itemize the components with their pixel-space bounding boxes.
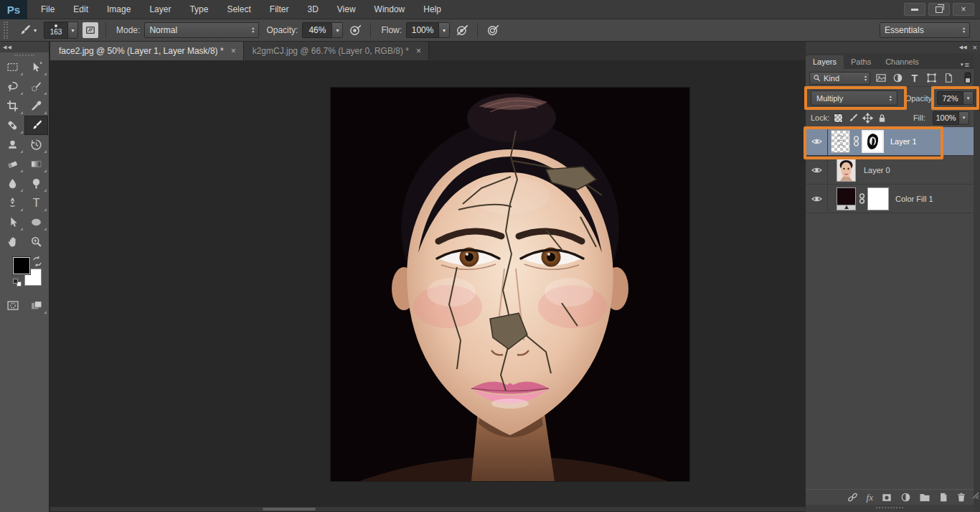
colorfill-thumbnail[interactable] bbox=[837, 187, 856, 210]
tablet-size-button[interactable] bbox=[485, 22, 501, 38]
move-tool[interactable] bbox=[24, 57, 48, 77]
crop-tool[interactable] bbox=[1, 96, 24, 116]
add-layer-mask-icon[interactable] bbox=[881, 493, 892, 503]
menu-filter[interactable]: Filter bbox=[260, 0, 298, 19]
history-brush-tool[interactable] bbox=[24, 135, 48, 154]
default-colors-icon[interactable] bbox=[13, 279, 22, 287]
visibility-toggle[interactable] bbox=[806, 137, 827, 146]
spot-healing-brush-tool[interactable] bbox=[1, 116, 24, 135]
fill-dropdown[interactable]: ▾ bbox=[959, 111, 969, 125]
flow-dropdown[interactable]: ▾ bbox=[439, 22, 450, 38]
mask-link-icon[interactable] bbox=[852, 135, 860, 147]
gradient-tool[interactable] bbox=[24, 154, 48, 174]
lasso-tool[interactable] bbox=[1, 77, 24, 96]
lock-paint-brush-icon[interactable] bbox=[847, 113, 858, 124]
layer-row-layer1[interactable]: Layer 1 bbox=[806, 127, 974, 156]
filter-type-layers-button[interactable]: T bbox=[909, 72, 920, 84]
new-layer-icon[interactable] bbox=[938, 492, 948, 503]
layer-styles-icon[interactable]: fx bbox=[867, 492, 873, 503]
brush-preset-picker[interactable]: ▾ bbox=[14, 22, 39, 38]
tab-paths[interactable]: Paths bbox=[844, 55, 878, 69]
filter-kind-select[interactable]: Kind ▴▾ bbox=[809, 72, 870, 85]
options-grip[interactable] bbox=[4, 22, 8, 39]
toolbar-collapse-button[interactable]: ◀◀ bbox=[0, 42, 49, 52]
new-adjustment-layer-icon[interactable] bbox=[900, 492, 911, 503]
filter-shape-layers-button[interactable] bbox=[925, 72, 937, 84]
resize-grip-icon[interactable] bbox=[971, 490, 979, 499]
visibility-toggle[interactable] bbox=[806, 166, 827, 174]
brush-size-dropdown[interactable]: ▾ bbox=[68, 22, 78, 39]
document-image[interactable] bbox=[331, 88, 689, 481]
flow-field[interactable]: 100% bbox=[406, 22, 439, 38]
ellipse-tool[interactable] bbox=[24, 213, 48, 232]
toggle-brush-panel-button[interactable] bbox=[83, 22, 98, 38]
workspace-select[interactable]: Essentials ▴▾ bbox=[880, 22, 970, 38]
lock-position-icon[interactable] bbox=[862, 113, 873, 124]
airbrush-button[interactable] bbox=[454, 22, 470, 38]
tablet-opacity-button[interactable] bbox=[347, 22, 363, 38]
layer0-thumbnail[interactable] bbox=[837, 159, 856, 182]
pen-tool[interactable] bbox=[1, 193, 24, 213]
tab-close-icon[interactable]: × bbox=[416, 46, 421, 56]
link-layers-icon[interactable] bbox=[847, 493, 859, 502]
path-selection-tool[interactable] bbox=[1, 213, 24, 232]
swap-colors-icon[interactable] bbox=[32, 256, 43, 267]
menu-window[interactable]: Window bbox=[365, 0, 415, 19]
close-button[interactable]: × bbox=[953, 3, 974, 16]
panel-menu-button[interactable]: ▾≡ bbox=[961, 60, 974, 69]
blend-mode-select[interactable]: Multiply ▴▾ bbox=[811, 90, 897, 106]
layer-opacity-dropdown[interactable]: ▾ bbox=[963, 91, 974, 105]
restore-button[interactable] bbox=[928, 3, 950, 16]
menu-image[interactable]: Image bbox=[98, 0, 140, 19]
layer-row-layer0[interactable]: Layer 0 bbox=[806, 156, 974, 185]
hand-tool[interactable] bbox=[1, 232, 24, 251]
layer1-thumbnail[interactable] bbox=[831, 130, 850, 153]
mask-link-icon[interactable] bbox=[857, 192, 866, 205]
menu-help[interactable]: Help bbox=[414, 0, 451, 19]
tab-layers[interactable]: Layers bbox=[806, 55, 844, 69]
eraser-tool[interactable] bbox=[1, 154, 24, 174]
layer-opacity-field[interactable]: 72% bbox=[937, 91, 963, 105]
menu-view[interactable]: View bbox=[328, 0, 365, 19]
screen-mode-button[interactable] bbox=[24, 296, 48, 315]
type-tool[interactable]: T bbox=[24, 193, 48, 213]
toolbar-grip[interactable] bbox=[14, 55, 34, 56]
foreground-color-swatch[interactable] bbox=[13, 257, 30, 274]
blur-tool[interactable] bbox=[1, 174, 24, 193]
quick-mask-button[interactable] bbox=[1, 296, 24, 315]
opacity-dropdown[interactable]: ▾ bbox=[332, 22, 343, 38]
colorfill-mask-thumbnail[interactable] bbox=[867, 187, 889, 210]
lock-transparency-icon[interactable] bbox=[834, 113, 843, 123]
tab-k2gmcj[interactable]: k2gmCJ.jpg @ 66.7% (Layer 0, RGB/8) * × bbox=[244, 42, 429, 60]
horizontal-scrollbar[interactable] bbox=[50, 507, 806, 511]
minimize-button[interactable] bbox=[904, 3, 925, 16]
menu-select[interactable]: Select bbox=[217, 0, 260, 19]
layer1-mask-thumbnail[interactable] bbox=[862, 130, 884, 153]
menu-file[interactable]: File bbox=[32, 0, 64, 19]
filter-adjustment-layers-button[interactable] bbox=[892, 72, 903, 84]
layer-name[interactable]: Layer 1 bbox=[890, 137, 917, 146]
visibility-toggle[interactable] bbox=[806, 195, 827, 203]
eyedropper-tool[interactable] bbox=[24, 96, 48, 116]
layer-name[interactable]: Layer 0 bbox=[864, 166, 890, 174]
layer-name[interactable]: Color Fill 1 bbox=[895, 195, 933, 203]
delete-layer-icon[interactable] bbox=[956, 492, 966, 503]
tab-close-icon[interactable]: × bbox=[231, 46, 236, 56]
fill-field[interactable]: 100% bbox=[933, 111, 959, 125]
layer-row-colorfill1[interactable]: Color Fill 1 bbox=[806, 185, 974, 213]
filter-pixel-layers-button[interactable] bbox=[875, 72, 887, 84]
clone-stamp-tool[interactable] bbox=[1, 135, 24, 154]
mode-select[interactable]: Normal ▴▾ bbox=[144, 22, 259, 38]
panel-resize-bar[interactable] bbox=[806, 505, 974, 512]
filter-smart-objects-button[interactable] bbox=[942, 72, 953, 84]
menu-type[interactable]: Type bbox=[180, 0, 217, 19]
dodge-tool[interactable] bbox=[24, 174, 48, 193]
canvas-area[interactable] bbox=[50, 60, 806, 512]
collapse-panels-icon[interactable]: ◀◀ bbox=[959, 45, 967, 50]
rectangular-marquee-tool[interactable] bbox=[1, 57, 24, 77]
menu-3d[interactable]: 3D bbox=[298, 0, 327, 19]
menu-layer[interactable]: Layer bbox=[140, 0, 180, 19]
zoom-tool[interactable] bbox=[24, 232, 48, 251]
quick-selection-tool[interactable] bbox=[24, 77, 48, 96]
tab-face2[interactable]: face2.jpg @ 50% (Layer 1, Layer Mask/8) … bbox=[50, 42, 244, 60]
